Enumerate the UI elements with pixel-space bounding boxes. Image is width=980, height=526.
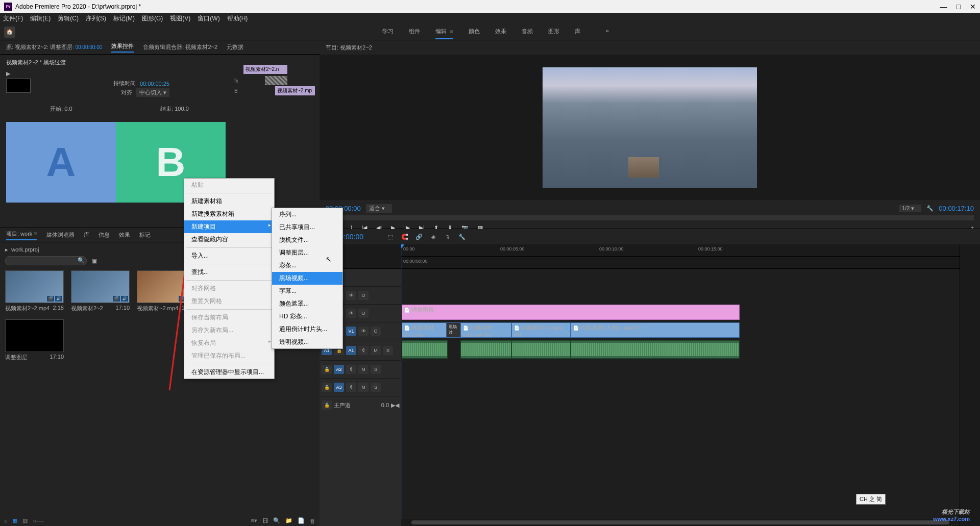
mini-clip-b[interactable]: 视频素材~2.mp <box>275 86 315 95</box>
home-icon[interactable]: 🏠 <box>4 27 15 38</box>
ctx-save-layout[interactable]: 保存当前布局 <box>184 311 274 324</box>
tab-metadata[interactable]: 元数据 <box>227 43 243 51</box>
tab-effect-controls[interactable]: 效果控件 <box>111 42 134 53</box>
ctx-align-grid[interactable]: 对齐网格 <box>184 282 274 295</box>
ctx-import[interactable]: 导入... <box>184 249 274 262</box>
menu-clip[interactable]: 剪辑(C) <box>58 14 79 23</box>
zoom-slider[interactable]: ○── <box>33 518 44 524</box>
project-item[interactable]: 🎬🔊视频素材2~2.mp42:18 <box>5 270 64 312</box>
project-search-input[interactable] <box>5 256 87 265</box>
ctx-save-as-layout[interactable]: 另存为新布局... <box>184 324 274 337</box>
menu-file[interactable]: 文件(F) <box>3 14 23 23</box>
tab-effects[interactable]: 效果 <box>119 231 130 239</box>
audio-clip[interactable] <box>511 340 571 359</box>
auto-sequence-icon[interactable]: 🎞 <box>262 518 268 524</box>
menu-graphics[interactable]: 图形(G) <box>142 14 163 23</box>
menu-window[interactable]: 窗口(W) <box>198 14 219 23</box>
program-zoom-select[interactable]: 1/2 ▾ <box>899 205 921 212</box>
ctx-restore-layout[interactable]: 恢复布局 <box>184 337 274 349</box>
marker-icon[interactable]: ◈ <box>429 232 438 241</box>
tab-info[interactable]: 信息 <box>99 231 110 239</box>
sub-adjustment-layer[interactable]: 调整图层... <box>272 246 342 259</box>
sub-transparent-video[interactable]: 透明视频... <box>272 336 342 348</box>
menu-sequence[interactable]: 序列(S) <box>86 14 106 23</box>
menu-markers[interactable]: 标记(M) <box>113 14 135 23</box>
list-view-icon[interactable]: ≡ <box>4 518 7 524</box>
program-preview[interactable] <box>543 67 757 188</box>
tab-source[interactable]: 源: 视频素材2~2: 调整图层: 00:00:00:00 <box>6 43 102 51</box>
project-item[interactable]: 调整图层17:10 <box>5 319 64 361</box>
snap-icon[interactable]: 🧲 <box>400 232 409 241</box>
sub-black-video[interactable]: 黑场视频... <box>272 272 342 285</box>
sub-color-matte[interactable]: 颜色遮罩... <box>272 297 342 310</box>
audio-clip[interactable] <box>460 340 511 359</box>
timeline-clip[interactable]: 📄 视频素材~2.mp4 [V] <box>460 322 511 338</box>
ctx-manage-layouts[interactable]: 管理已保存的布局... <box>184 349 274 362</box>
sub-countdown[interactable]: 通用倒计时片头... <box>272 323 342 336</box>
workspace-learn[interactable]: 学习 <box>382 24 394 39</box>
clear-icon[interactable]: 🗑 <box>310 518 315 524</box>
timeline-clip[interactable]: 📄 视频素材 (人物) .mp4 [V] <box>571 322 740 338</box>
workspace-graphics[interactable]: 图形 <box>548 24 559 39</box>
workspace-effects[interactable]: 效果 <box>495 24 506 39</box>
ctx-new-bin[interactable]: 新建素材箱 <box>184 195 274 208</box>
menu-view[interactable]: 视图(V) <box>170 14 190 23</box>
close-button[interactable]: ✕ <box>970 3 976 11</box>
nest-icon[interactable]: ⬚ <box>386 232 395 241</box>
ctx-reset-grid[interactable]: 重置为网格 <box>184 295 274 308</box>
ctx-view-hidden[interactable]: 查看隐藏内容 <box>184 233 274 246</box>
freeform-view-icon[interactable]: ▥ <box>22 517 28 524</box>
workspace-overflow-icon[interactable]: » <box>606 24 609 39</box>
sub-offline-file[interactable]: 脱机文件... <box>272 234 342 246</box>
wrench-icon[interactable]: 🔧 <box>457 232 467 241</box>
tab-media-browser[interactable]: 媒体浏览器 <box>46 231 75 239</box>
ctx-new-search-bin[interactable]: 新建搜索素材箱 <box>184 208 274 220</box>
ctx-paste[interactable]: 粘贴 <box>184 179 274 191</box>
clip-adjustment-layer[interactable]: 📄 调整图层 <box>402 305 740 320</box>
workspace-libraries[interactable]: 库 <box>575 24 580 39</box>
timeline-scrollbar[interactable] <box>401 519 960 526</box>
mini-clip-a[interactable]: 视频素材2~2.n <box>243 65 287 74</box>
wrench-icon[interactable]: 🔧 <box>926 205 934 212</box>
ctx-reveal-explorer[interactable]: 在资源管理器中显示项目... <box>184 366 274 379</box>
workspace-color[interactable]: 颜色 <box>469 24 480 39</box>
search-icon[interactable]: 🔍 <box>78 257 85 264</box>
menu-help[interactable]: 帮助(H) <box>227 14 248 23</box>
sub-shared-project[interactable]: 已共享项目... <box>272 221 342 234</box>
linked-selection-icon[interactable]: 🔗 <box>414 232 424 241</box>
tab-project[interactable]: 项目: work ≡ <box>6 230 37 240</box>
workspace-edit[interactable]: 编辑≡ <box>435 24 453 39</box>
ime-indicator[interactable]: CH 之 简 <box>856 494 886 505</box>
minimize-button[interactable]: — <box>940 3 947 11</box>
duration-value[interactable]: 00:00:00:25 <box>140 81 169 87</box>
audio-clip[interactable] <box>571 340 740 359</box>
find-icon[interactable]: 🔍 <box>273 517 280 524</box>
transition-clip[interactable]: 黑场过 <box>446 322 461 338</box>
track-output-icon[interactable]: O <box>358 291 369 300</box>
new-bin-icon[interactable]: 📁 <box>285 517 292 524</box>
new-item-icon[interactable]: 📄 <box>298 517 305 524</box>
sub-sequence[interactable]: 序列... <box>272 208 342 221</box>
project-item[interactable]: 🎬🔊视频素材2~217:10 <box>71 270 130 312</box>
maximize-button[interactable]: □ <box>957 3 961 11</box>
timeline-tracks[interactable]: 00:00 00:00:05:00 00:00:10:00 00:00:15:0… <box>401 244 960 526</box>
workspace-audio[interactable]: 音频 <box>522 24 533 39</box>
audio-clip[interactable] <box>402 340 448 359</box>
tab-audio-mixer[interactable]: 音频剪辑混合器: 视频素材2~2 <box>143 43 217 51</box>
sort-icon[interactable]: ≡▾ <box>251 517 257 524</box>
align-select[interactable]: 中心切入 ▾ <box>136 88 169 97</box>
settings-icon[interactable]: ↴ <box>443 232 452 241</box>
program-fit-select[interactable]: 适合 ▾ <box>366 204 392 213</box>
menu-edit[interactable]: 编辑(E) <box>30 14 51 23</box>
bin-icon[interactable]: ▣ <box>92 258 97 264</box>
ctx-find[interactable]: 查找... <box>184 266 274 279</box>
sub-captions[interactable]: 字幕... <box>272 285 342 297</box>
tab-libraries[interactable]: 库 <box>84 231 89 239</box>
tab-markers[interactable]: 标记 <box>139 231 151 239</box>
workspace-menu-icon[interactable]: ≡ <box>450 25 453 37</box>
timeline-clip[interactable]: 📄 视频素材2~2.mp <box>402 322 448 338</box>
sub-hd-bars[interactable]: HD 彩条... <box>272 310 342 323</box>
sub-bars[interactable]: 彩条... <box>272 259 342 272</box>
workspace-assembly[interactable]: 组件 <box>409 24 420 39</box>
timeline-clip[interactable]: 📄 视频素材~2.mp4 [V] <box>511 322 571 338</box>
